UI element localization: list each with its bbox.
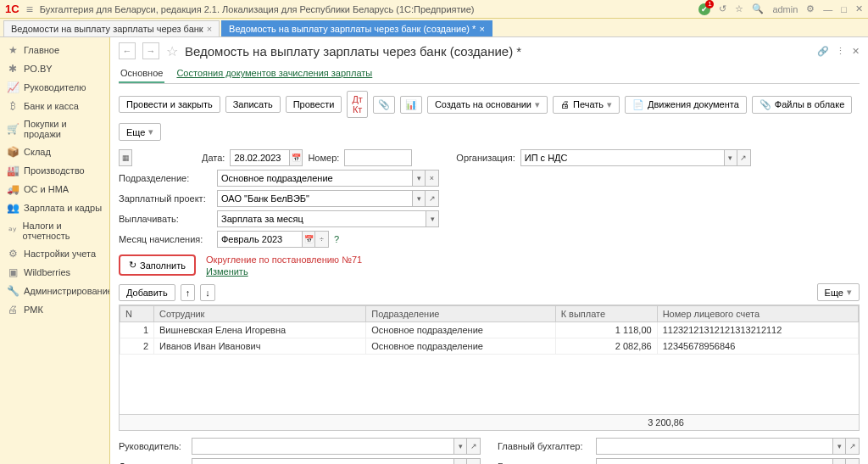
- sidebar-item-settings[interactable]: ⚙Настройки учета: [0, 244, 109, 263]
- open-icon[interactable]: ↗: [426, 190, 439, 207]
- org-input[interactable]: [520, 149, 724, 166]
- dropdown-icon[interactable]: ▾: [426, 210, 439, 227]
- move-up-icon[interactable]: ↑: [181, 284, 196, 301]
- link-icon[interactable]: 🔗: [817, 46, 829, 57]
- print-button[interactable]: 🖨 Печать: [553, 96, 620, 114]
- settings-icon[interactable]: ⚙: [806, 3, 815, 14]
- head-input[interactable]: [192, 438, 453, 455]
- history-icon[interactable]: ↺: [719, 3, 726, 14]
- favorite-icon[interactable]: ☆: [166, 43, 178, 59]
- sidebar-item-label: Покупки и продажи: [24, 119, 103, 139]
- logo-1c: 1C: [5, 3, 19, 15]
- pay-input[interactable]: [217, 210, 426, 227]
- post-close-button[interactable]: Провести и закрыть: [119, 96, 220, 113]
- change-link[interactable]: Изменить: [206, 266, 362, 277]
- th-emp[interactable]: Сотрудник: [154, 306, 366, 322]
- subtab-main[interactable]: Основное: [119, 64, 164, 83]
- sidebar-item-assets[interactable]: 🚚ОС и НМА: [0, 180, 109, 198]
- th-amount[interactable]: К выплате: [555, 306, 657, 322]
- minimize-icon[interactable]: —: [823, 4, 832, 14]
- open-icon[interactable]: ↗: [467, 438, 481, 455]
- debit-credit-icon[interactable]: ДтКт: [347, 91, 368, 118]
- tab-close-icon[interactable]: ×: [479, 24, 484, 34]
- dropdown-icon[interactable]: ▾: [412, 170, 426, 187]
- sidebar-item-sales[interactable]: 🛒Покупки и продажи: [0, 115, 109, 143]
- subtab-states[interactable]: Состояния документов зачисления зарплаты: [175, 64, 374, 83]
- sidebar-item-rmk[interactable]: 🖨РМК: [0, 300, 109, 319]
- user-label[interactable]: admin: [772, 4, 798, 14]
- more-icon[interactable]: ⋮: [836, 46, 845, 57]
- open-icon[interactable]: ↗: [846, 458, 860, 464]
- th-dept[interactable]: Подразделение: [366, 306, 555, 322]
- sidebar-item-label: Руководителю: [24, 82, 86, 92]
- calendar-icon[interactable]: 📅: [289, 149, 303, 166]
- table-more-button[interactable]: Еще: [817, 283, 860, 301]
- sidebar-item-production[interactable]: 🏭Производство: [0, 161, 109, 180]
- table-row[interactable]: 1Вишневская Елена ИгоревнаОсновное подра…: [120, 322, 859, 338]
- status-icon[interactable]: ▦: [119, 149, 132, 166]
- number-input[interactable]: [344, 149, 412, 166]
- position-input[interactable]: [192, 458, 453, 464]
- month-input[interactable]: [217, 231, 302, 248]
- dropdown-icon[interactable]: ▾: [412, 190, 426, 207]
- open-icon[interactable]: ↗: [467, 458, 481, 464]
- tab-close-icon[interactable]: ×: [207, 24, 212, 34]
- date-input[interactable]: [230, 149, 289, 166]
- dropdown-icon[interactable]: ▾: [724, 149, 737, 166]
- more-button[interactable]: Еще: [119, 123, 161, 141]
- tabbar: Ведомости на выплату зарплаты через банк…: [0, 19, 868, 37]
- help-icon[interactable]: ?: [334, 234, 339, 244]
- dropdown-icon[interactable]: ▾: [832, 458, 846, 464]
- tab-list[interactable]: Ведомости на выплату зарплаты через банк…: [3, 20, 220, 36]
- back-button[interactable]: ←: [119, 42, 136, 59]
- dept-input[interactable]: [217, 170, 412, 187]
- search-icon[interactable]: 🔍: [752, 3, 764, 14]
- sidebar-item-main[interactable]: ★Главное: [0, 41, 109, 59]
- stepper-icon[interactable]: ÷: [315, 231, 329, 248]
- sidebar-item-bank[interactable]: ₿Банк и касса: [0, 97, 109, 115]
- attach-icon[interactable]: 📎: [373, 96, 395, 114]
- th-account[interactable]: Номер лицевого счета: [657, 306, 858, 322]
- star-icon[interactable]: ☆: [735, 3, 743, 14]
- forward-button[interactable]: →: [142, 42, 159, 59]
- movements-button[interactable]: 📄 Движения документа: [625, 96, 747, 114]
- move-down-icon[interactable]: ↓: [200, 284, 215, 301]
- project-input[interactable]: [217, 190, 412, 207]
- dropdown-icon[interactable]: ▾: [832, 438, 846, 455]
- box-icon: 📦: [7, 146, 19, 158]
- open-icon[interactable]: ↗: [846, 438, 860, 455]
- add-button[interactable]: Добавить: [119, 284, 175, 301]
- save-button[interactable]: Записать: [225, 96, 281, 113]
- th-n[interactable]: N: [120, 306, 154, 322]
- accountant-input[interactable]: [596, 458, 832, 464]
- sidebar-item-label: Wildberries: [24, 267, 70, 277]
- cloud-files-button[interactable]: 📎 Файлы в облаке: [752, 96, 852, 114]
- notification-badge-icon[interactable]: ✔: [698, 3, 710, 15]
- page-title: Ведомость на выплату зарплаты через банк…: [185, 44, 810, 59]
- report-icon[interactable]: 📊: [400, 96, 422, 114]
- create-based-button[interactable]: Создать на основании: [427, 96, 548, 114]
- chief-acc-input[interactable]: [596, 438, 832, 455]
- sidebar-item-manager[interactable]: 📈Руководителю: [0, 78, 109, 97]
- tab-create[interactable]: Ведомость на выплату зарплаты через банк…: [221, 20, 492, 36]
- coin-icon: ₿: [7, 100, 19, 112]
- maximize-icon[interactable]: □: [841, 4, 847, 14]
- dropdown-icon[interactable]: ▾: [453, 438, 467, 455]
- close-page-icon[interactable]: ✕: [852, 46, 860, 57]
- dropdown-icon[interactable]: ▾: [453, 458, 467, 464]
- sidebar-item-warehouse[interactable]: 📦Склад: [0, 143, 109, 161]
- sidebar-item-admin[interactable]: 🔧Администрирование: [0, 282, 109, 300]
- sidebar-item-poby[interactable]: ✱PO.BY: [0, 59, 109, 78]
- post-button[interactable]: Провести: [286, 96, 342, 113]
- sidebar-item-wildberries[interactable]: ▣Wildberries: [0, 263, 109, 282]
- table-row[interactable]: 2Иванов Иван ИвановичОсновное подразделе…: [120, 338, 859, 355]
- close-icon[interactable]: ✕: [855, 3, 863, 14]
- sidebar-item-taxes[interactable]: ᵃʸНалоги и отчетность: [0, 217, 109, 244]
- menu-icon[interactable]: ≡: [26, 3, 33, 16]
- open-icon[interactable]: ↗: [737, 149, 751, 166]
- fill-button[interactable]: ↻ Заполнить: [119, 254, 196, 276]
- calendar-icon[interactable]: 📅: [302, 231, 315, 248]
- sidebar-item-salary[interactable]: 👥Зарплата и кадры: [0, 198, 109, 217]
- clear-icon[interactable]: ×: [426, 170, 439, 187]
- snowflake-icon: ✱: [7, 63, 19, 75]
